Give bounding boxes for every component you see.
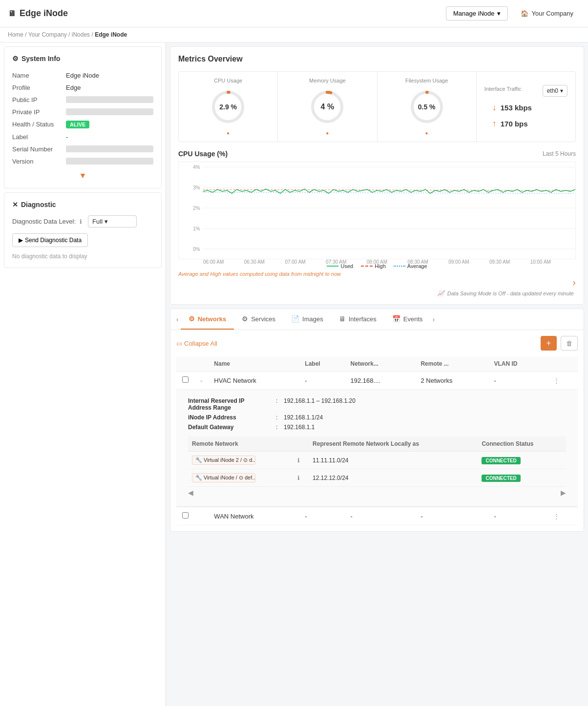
default-gw-row: Default Gateway : 192.168.1.1 <box>188 424 566 431</box>
x-label-8: 10:00 AM <box>530 259 551 265</box>
filesystem-circle: 0.5 % <box>407 87 446 126</box>
diagnostic-card: ✕ Diagnostic Diagnostic Data Level: ℹ Fu… <box>4 192 162 268</box>
hvac-expanded-details: Internal Reserved IPAddress Range : 192.… <box>176 390 578 507</box>
scroll-left-icon[interactable]: ◀ <box>188 489 193 497</box>
col-represent-as: Represent Remote Network Locally as <box>309 436 478 452</box>
represent-as-1: 11.11.11.0/24 <box>309 452 478 469</box>
remote-tag-1: 🔧 Virtual iNode 2 / ⊙ d... <box>192 456 255 465</box>
traffic-label: Interface Traffic <box>484 86 522 92</box>
health-row: Health / Status ALIVE <box>12 118 153 131</box>
memory-gauge: Memory Usage 4 % ● <box>278 72 377 142</box>
x-label-4: 08:00 AM <box>367 259 387 265</box>
col-info <box>294 436 309 452</box>
status-badge: ALIVE <box>66 121 89 128</box>
chart-icon: 📈 <box>438 290 444 296</box>
send-icon: ▶ <box>19 237 23 244</box>
internal-ip-range-row: Internal Reserved IPAddress Range : 192.… <box>188 397 566 411</box>
tabs-section: ‹ ⚙ Networks ⚙ Services 📄 Images 🖥 Inter… <box>170 309 584 532</box>
tabs-header: ‹ ⚙ Networks ⚙ Services 📄 Images 🖥 Inter… <box>170 309 584 330</box>
next-section-button[interactable]: › <box>178 277 576 288</box>
breadcrumb-inodes[interactable]: iNodes <box>72 31 90 38</box>
profile-value: Edge <box>66 84 153 91</box>
collapse-icon: ▭ <box>176 340 182 347</box>
chevron-down-icon: ▾ <box>105 218 108 225</box>
hvac-details-row: Internal Reserved IPAddress Range : 192.… <box>176 390 578 507</box>
images-icon: 📄 <box>291 315 299 323</box>
chart-title: CPU Usage (%) <box>178 150 228 158</box>
inode-ip-row: iNode IP Address : 192.168.1.1/24 <box>188 414 566 421</box>
wan-label: - <box>299 507 344 525</box>
profile-label: Profile <box>12 84 66 91</box>
tab-images[interactable]: 📄 Images <box>283 309 331 330</box>
wan-menu[interactable]: ⋮ <box>547 507 578 525</box>
sidebar: ⚙ System Info Name Edge iNode Profile Ed… <box>0 42 166 706</box>
public-ip-label: Public IP <box>12 96 66 104</box>
high-line-icon <box>361 266 373 267</box>
company-button[interactable]: 🏠 Your Company <box>514 7 580 20</box>
networks-toolbar: ▭ Collapse All + 🗑 <box>176 336 578 351</box>
chevron-down-icon: ▼ <box>79 171 87 180</box>
scroll-right-icon[interactable]: ▶ <box>561 489 566 497</box>
manage-inode-button[interactable]: Manage iNode ▾ <box>446 6 508 21</box>
tab-services[interactable]: ⚙ Services <box>234 309 283 330</box>
interfaces-icon: 🖥 <box>339 315 346 323</box>
tab-interfaces[interactable]: 🖥 Interfaces <box>331 309 384 330</box>
wan-name: WAN Network <box>208 507 299 525</box>
header-actions: Manage iNode ▾ 🏠 Your Company <box>446 6 580 21</box>
tab-events[interactable]: 📅 Events <box>384 309 431 330</box>
gear-icon: ⚙ <box>12 55 19 62</box>
col-actions <box>547 356 578 372</box>
svg-text:3%: 3% <box>193 185 200 190</box>
data-saving-status: 📈 Data Saving Mode is Off - data updated… <box>178 290 576 296</box>
chart-period: Last 5 Hours <box>543 150 576 157</box>
private-ip-label: Private IP <box>12 108 66 116</box>
gauge-row: CPU Usage 2.9 % ● Memory Usage <box>178 71 576 142</box>
events-icon: 📅 <box>392 315 400 323</box>
col-label: Label <box>299 356 344 372</box>
send-diagnostic-button[interactable]: ▶ Send Diagnostic Data <box>12 233 88 247</box>
col-remote: Remote ... <box>415 356 488 372</box>
internal-ip-range-label: Internal Reserved IPAddress Range <box>188 397 276 411</box>
main-layout: ⚙ System Info Name Edge iNode Profile Ed… <box>0 42 588 706</box>
tab-networks[interactable]: ⚙ Networks <box>181 309 234 330</box>
cpu-circle: 2.9 % <box>209 87 248 126</box>
wan-vlan: - <box>488 507 547 525</box>
hvac-checkbox[interactable] <box>182 376 189 383</box>
interface-select[interactable]: eth0 ▾ <box>543 85 567 97</box>
col-checkbox <box>176 356 194 372</box>
wan-expand-cell[interactable] <box>194 507 208 525</box>
label-label: Label <box>12 133 66 141</box>
hvac-expand-cell[interactable]: - <box>194 372 208 390</box>
networks-table: Name Label Network... Remote ... VLAN ID <box>176 356 578 525</box>
expand-system-info-button[interactable]: ▼ <box>12 171 153 180</box>
tabs-prev-button[interactable]: ‹ <box>174 311 181 327</box>
tab-services-label: Services <box>251 315 275 323</box>
diagnostic-level-row: Diagnostic Data Level: ℹ Full ▾ <box>12 215 153 228</box>
diagnostic-level-select[interactable]: Full ▾ <box>88 215 137 228</box>
x-label-5: 08:30 AM <box>408 259 428 265</box>
breadcrumb-home[interactable]: Home <box>8 31 23 38</box>
hvac-network: 192.168.... <box>345 372 415 390</box>
status-2: CONNECTED <box>478 469 566 487</box>
hvac-menu[interactable]: ⋮ <box>547 372 578 390</box>
serial-row: Serial Number <box>12 143 153 155</box>
collapse-all-button[interactable]: ▭ Collapse All <box>176 340 217 347</box>
default-gw-label: Default Gateway <box>188 424 276 431</box>
info-icon-2[interactable]: ℹ <box>297 475 300 481</box>
upload-icon: ↑ <box>492 119 497 129</box>
delete-network-button[interactable]: 🗑 <box>561 336 578 351</box>
wan-checkbox[interactable] <box>182 512 189 519</box>
wan-checkbox-cell <box>176 507 194 525</box>
add-network-button[interactable]: + <box>541 336 557 351</box>
remote-network-2: 🔧 Virtual iNode / ⊙ def... <box>188 469 294 487</box>
x-label-7: 09:30 AM <box>489 259 510 265</box>
download-row: ↓ 153 kbps <box>492 103 560 113</box>
represent-as-2: 12.12.12.0/24 <box>309 469 478 487</box>
diag-level-label: Diagnostic Data Level: <box>12 218 76 225</box>
breadcrumb-company[interactable]: Your Company <box>28 31 67 38</box>
tabs-next-button[interactable]: › <box>431 311 437 327</box>
info-icon-1[interactable]: ℹ <box>297 457 300 464</box>
info-icon: ℹ <box>80 218 82 225</box>
col-network: Network... <box>345 356 415 372</box>
col-connection-status: Connection Status <box>478 436 566 452</box>
